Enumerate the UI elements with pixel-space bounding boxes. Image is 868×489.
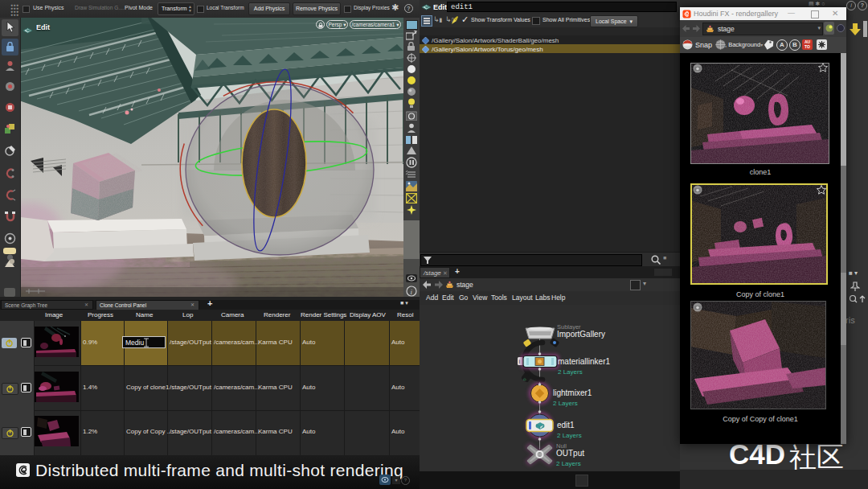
svg-text:2 Layers: 2 Layers — [557, 432, 582, 439]
svg-text:2 Layers: 2 Layers — [553, 400, 578, 407]
svg-text:2 Layers: 2 Layers — [558, 368, 583, 376]
svg-text:⌂: ⌂ — [523, 376, 526, 381]
svg-text:OUTput: OUTput — [556, 449, 584, 458]
svg-text:edit1: edit1 — [557, 421, 575, 429]
svg-text:2 Layers: 2 Layers — [556, 460, 581, 467]
svg-text:ImportGallery: ImportGallery — [557, 330, 605, 339]
svg-text:materiallinker1: materiallinker1 — [558, 357, 610, 366]
svg-text:i: i — [411, 288, 413, 296]
svg-text:lightmixer1: lightmixer1 — [553, 388, 592, 397]
